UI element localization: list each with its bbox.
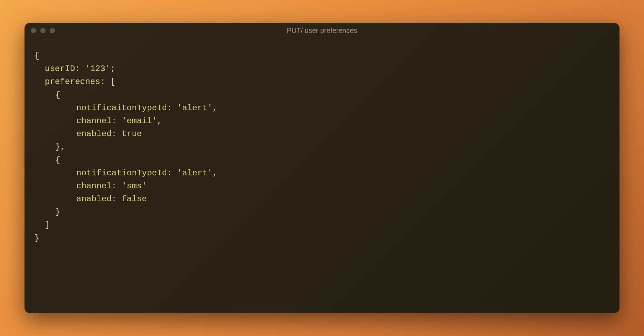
code-line: } [34,232,610,245]
code-line: channel: 'sms' [34,180,610,192]
code-line: anabled: false [34,192,610,205]
minimize-button[interactable] [40,28,46,33]
code-window: PUT/ user preferences { userID: '123'; p… [24,23,620,313]
code-line: channel: 'email', [34,114,610,127]
code-line: preferecnes: [ [34,75,610,88]
code-line: notificationTypeId: 'alert', [34,167,610,180]
close-button[interactable] [31,28,36,33]
window-title: PUT/ user preferences [287,27,357,35]
code-line: ] [34,218,610,231]
traffic-lights [31,28,55,33]
titlebar: PUT/ user preferences [24,23,620,38]
code-line: userID: '123'; [34,62,610,75]
code-line: notificaitonTypeId: 'alert', [34,102,610,114]
code-line: { [34,89,610,102]
code-line: enabled: true [34,127,610,140]
code-line: { [34,154,610,167]
code-line: } [34,205,610,218]
maximize-button[interactable] [50,28,55,33]
code-line: { [34,49,610,62]
code-line: }, [34,140,610,153]
code-editor[interactable]: { userID: '123'; preferecnes: [ { notifi… [24,38,620,256]
